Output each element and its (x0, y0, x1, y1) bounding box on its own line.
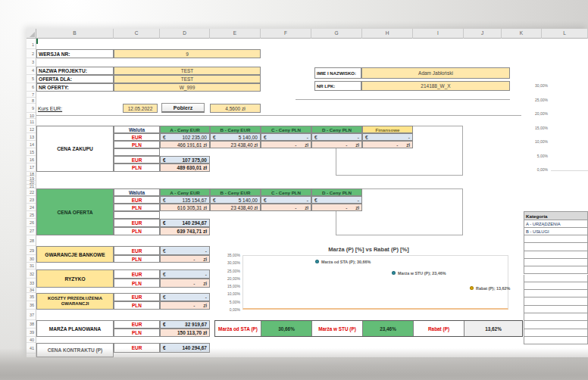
row-header-22[interactable]: 22 (27, 188, 36, 196)
band-label-sta[interactable]: Marża od STA (P) (215, 321, 261, 336)
imie-value-cell[interactable]: Adam Jabłoński (361, 67, 510, 79)
column-header-L[interactable]: L (542, 29, 588, 39)
row-header-24[interactable]: 24 (27, 204, 36, 211)
zakupu-total-eur[interactable]: €107 375,00 (160, 156, 210, 164)
oferta-pln-a[interactable]: 616 305,31 zł (160, 204, 210, 211)
zakupu-eur-d[interactable]: €- (311, 133, 362, 141)
wersja-value-cell[interactable]: 9 (114, 49, 261, 58)
oferta-eur-c[interactable]: €- (261, 196, 311, 204)
column-header-K[interactable]: K (502, 29, 542, 39)
row-header-9[interactable]: 9 (27, 104, 36, 113)
row-header-35[interactable]: 35 (27, 293, 36, 301)
oferta-eur-d[interactable]: €- (311, 196, 362, 204)
projekt-value-cell[interactable]: TEST (114, 67, 261, 75)
kategoria-empty-row[interactable] (524, 297, 588, 305)
zakupu-eur-a[interactable]: €102 235,00 (160, 133, 210, 141)
band-label-stu[interactable]: Marża w STU (P) (312, 321, 363, 336)
column-header-E[interactable]: E (210, 29, 261, 39)
row-header-2[interactable]: 2 (27, 49, 36, 58)
row-header-28[interactable]: 28 (27, 235, 36, 246)
kategoria-empty-row[interactable] (524, 337, 588, 344)
column-header-H[interactable]: H (362, 29, 413, 39)
oferta-pln-d[interactable]: - zł (311, 204, 362, 211)
column-header-F[interactable]: F (261, 29, 311, 39)
koszty-eur-value[interactable]: €- (160, 293, 210, 301)
kategoria-empty-row[interactable] (524, 329, 588, 337)
row-header-16[interactable]: 16 (27, 156, 36, 164)
row-header-26[interactable]: 26 (27, 219, 36, 227)
marza-rabat-chart[interactable]: Marża (P) [%] vs Rabat (P) [%] 35,00%30,… (214, 246, 523, 319)
oferta-total-pln[interactable]: 639 743,71 zł (160, 227, 210, 235)
kategoria-empty-row[interactable] (524, 321, 588, 329)
row-header-32[interactable]: 32 (27, 269, 36, 279)
row-header-34[interactable]: 34 (27, 288, 36, 293)
kategoria-empty-row[interactable] (524, 266, 588, 274)
row-header-31[interactable]: 31 (27, 263, 36, 269)
row-header-1[interactable]: 1 (27, 40, 36, 49)
kategoria-empty-row[interactable] (524, 235, 588, 243)
ryzyko-pln-value[interactable]: - zł (160, 279, 210, 288)
row-header-33[interactable]: 33 (27, 279, 36, 288)
zakupu-pln-a[interactable]: 466 191,61 zł (160, 141, 210, 148)
band-label-rabat[interactable]: Rabat (P) (414, 321, 464, 336)
band-value-rabat[interactable]: 13,62% (464, 321, 522, 336)
column-header-G[interactable]: G (311, 29, 362, 39)
nr-oferty-value-cell[interactable]: W_999 (114, 83, 261, 92)
row-header-6[interactable]: 6 (27, 83, 36, 92)
row-header-29[interactable]: 29 (27, 246, 36, 255)
row-header-30[interactable]: 30 (27, 255, 36, 263)
row-header-27[interactable]: 27 (27, 227, 36, 235)
row-header-38[interactable]: 38 (27, 320, 36, 329)
zakupu-pln-d[interactable]: - zł (311, 141, 362, 148)
gwarancje-pln-value[interactable]: - zł (160, 255, 210, 263)
column-header-D[interactable]: D (160, 29, 210, 39)
kategoria-empty-row[interactable] (524, 290, 588, 297)
kategoria-empty-row[interactable] (524, 275, 588, 282)
ryzyko-eur-value[interactable]: €- (160, 269, 210, 279)
zakupu-total-pln[interactable]: 489 630,01 zł (160, 164, 210, 172)
row-header-11[interactable]: 11 (27, 119, 36, 126)
kategoria-empty-row[interactable] (524, 313, 588, 321)
row-header-23[interactable]: 23 (27, 196, 36, 204)
pobierz-button[interactable]: Pobierz (161, 103, 205, 113)
oferta-dla-value-cell[interactable]: TEST (114, 75, 261, 83)
column-header-J[interactable]: J (464, 29, 502, 39)
zakupu-eur-fin[interactable]: €- (362, 133, 413, 141)
column-header-C[interactable]: C (114, 29, 160, 39)
row-header-10[interactable]: 10 (27, 113, 36, 119)
row-header-37[interactable]: 37 (27, 310, 36, 320)
kontrakt-eur-value[interactable]: €140 294,67 (160, 343, 210, 353)
band-value-stu[interactable]: 23,46% (363, 321, 414, 336)
zakupu-pln-c[interactable]: - zł (261, 141, 311, 148)
oferta-eur-b[interactable]: €5 140,00 (210, 196, 261, 204)
zakupu-pln-b[interactable]: 23 438,40 zł (210, 141, 261, 148)
gwarancje-eur-value[interactable]: €- (160, 246, 210, 255)
kategoria-item[interactable]: A - URZĄDZENIA (524, 220, 588, 228)
kategoria-empty-row[interactable] (524, 251, 588, 259)
row-header-39[interactable]: 39 (27, 329, 36, 337)
kategoria-empty-row[interactable] (524, 306, 588, 313)
kategoria-empty-row[interactable] (524, 243, 588, 251)
row-header-41[interactable]: 41 (27, 343, 36, 354)
row-header-3[interactable]: 3 (27, 58, 36, 67)
select-all-corner[interactable] (27, 29, 36, 39)
row-header-17[interactable]: 17 (27, 164, 36, 172)
oferta-pln-c[interactable]: - zł (261, 204, 311, 211)
kurs-rate-cell[interactable]: 4,5600 zł (210, 104, 261, 113)
marza-pln-value[interactable]: 150 113,70 zł (160, 329, 210, 337)
row-header-25[interactable]: 25 (27, 211, 36, 219)
oferta-pln-b[interactable]: 23 438,40 zł (210, 204, 261, 211)
row-header-4[interactable]: 4 (27, 67, 36, 75)
row-header-5[interactable]: 5 (27, 75, 36, 83)
kurs-date-cell[interactable]: 12.05.2022 (123, 104, 158, 113)
row-header-13[interactable]: 13 (27, 133, 36, 141)
kurs-eur-link[interactable]: Kurs EUR: (38, 106, 62, 111)
marza-eur-value[interactable]: €32 919,67 (160, 320, 210, 329)
oferta-total-eur[interactable]: €140 294,67 (160, 219, 210, 227)
column-header-B[interactable]: B (36, 29, 114, 39)
zakupu-eur-c[interactable]: €- (261, 133, 311, 141)
row-header-14[interactable]: 14 (27, 141, 36, 148)
band-value-sta[interactable]: 30,66% (261, 321, 312, 336)
row-header-15[interactable]: 15 (27, 148, 36, 156)
zakupu-pln-fin[interactable]: - zł (362, 141, 413, 148)
